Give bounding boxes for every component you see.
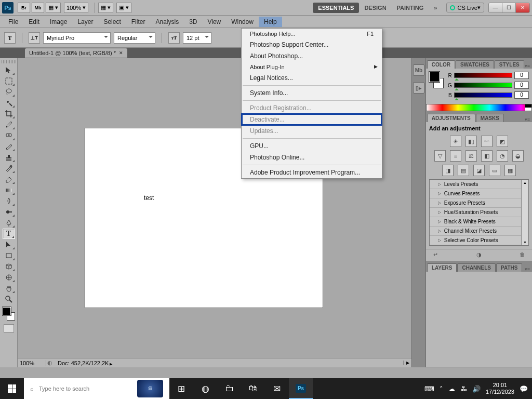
invert-icon[interactable]: ◨ <box>442 165 454 176</box>
preset-hue[interactable]: Hue/Saturation Presets <box>430 208 528 217</box>
preset-channel[interactable]: Channel Mixer Presets <box>430 227 528 236</box>
taskbar-store[interactable]: 🛍 <box>241 378 265 399</box>
clip-icon[interactable]: ◑ <box>474 251 484 259</box>
tray-onedrive-icon[interactable]: ☁ <box>448 385 455 393</box>
dock-minibridge-icon[interactable]: Mb <box>413 64 424 76</box>
help-updates[interactable]: Updates... <box>242 125 382 137</box>
channelmixer-icon[interactable]: ◒ <box>512 150 524 162</box>
workspace-design[interactable]: DESIGN <box>359 3 391 13</box>
tray-expand-icon[interactable]: ˄ <box>440 385 443 393</box>
tab-channels[interactable]: CHANNELS <box>457 263 496 272</box>
preset-curves[interactable]: Curves Presets <box>430 189 528 198</box>
b-value[interactable]: 0 <box>514 91 529 99</box>
selectivecolor-icon[interactable]: ▦ <box>504 165 516 176</box>
marquee-tool[interactable] <box>3 76 15 86</box>
color-swatches[interactable] <box>3 307 15 321</box>
preset-scrollbar[interactable]: ▲▼ <box>521 180 528 245</box>
taskbar-explorer[interactable]: 🗀 <box>217 378 241 399</box>
dock-history-icon[interactable]: ▯▸ <box>413 82 424 94</box>
tool-preset-picker[interactable]: T <box>4 32 16 44</box>
view-extras-dropdown[interactable]: ▦ ▾ <box>46 3 61 13</box>
brightness-icon[interactable]: ☀ <box>450 136 461 147</box>
shape-tool[interactable] <box>3 250 15 261</box>
r-slider[interactable] <box>454 73 512 78</box>
font-size-select[interactable]: 12 pt <box>183 32 211 44</box>
vibrance-icon[interactable]: ▽ <box>434 150 446 162</box>
b-slider[interactable] <box>454 92 512 98</box>
tab-masks[interactable]: MASKS <box>476 114 504 122</box>
menu-window[interactable]: Window <box>226 17 259 27</box>
tab-styles[interactable]: STYLES <box>495 60 524 69</box>
workspace-painting[interactable]: PAINTING <box>392 3 429 13</box>
status-scroll-right[interactable]: ▶ <box>403 361 411 365</box>
lasso-tool[interactable] <box>3 87 15 97</box>
minibridge-button[interactable]: Mb <box>32 3 44 13</box>
blur-tool[interactable] <box>3 196 15 206</box>
gradientmap-icon[interactable]: ▭ <box>489 165 500 176</box>
font-style-select[interactable]: Regular <box>114 32 155 44</box>
close-button[interactable]: ✕ <box>516 3 529 12</box>
gradient-tool[interactable] <box>3 185 15 195</box>
taskbar-mail[interactable]: ✉ <box>265 378 289 399</box>
pen-tool[interactable] <box>3 218 15 228</box>
tab-color[interactable]: COLOR <box>427 60 455 69</box>
3d-camera-tool[interactable] <box>3 272 15 283</box>
screenmode-dropdown[interactable]: ▣ ▾ <box>116 3 131 13</box>
close-tab-icon[interactable]: ✕ <box>119 50 123 56</box>
help-deactivate[interactable]: Deactivate... <box>242 114 382 125</box>
panel-menu-icon[interactable]: ▾≡ <box>525 117 530 122</box>
move-tool[interactable] <box>3 65 15 75</box>
text-orientation-toggle[interactable]: ⊥T <box>29 32 40 44</box>
help-about-plugin[interactable]: About Plug-In▶ <box>242 62 382 72</box>
colorbalance-icon[interactable]: ⚖ <box>466 150 477 162</box>
brush-tool[interactable] <box>3 141 15 152</box>
tab-layers[interactable]: LAYERS <box>427 263 457 272</box>
help-support-center[interactable]: Photoshop Support Center... <box>242 39 382 50</box>
eyedropper-tool[interactable] <box>3 119 15 130</box>
foreground-color-swatch[interactable] <box>3 307 11 315</box>
help-system-info[interactable]: System Info... <box>242 87 382 99</box>
quick-select-tool[interactable] <box>3 98 15 108</box>
font-family-select[interactable]: Myriad Pro <box>43 32 111 44</box>
help-about-photoshop[interactable]: About Photoshop... <box>242 50 382 62</box>
status-icon[interactable]: ◐ <box>46 360 54 366</box>
bw-icon[interactable]: ◧ <box>481 150 493 162</box>
type-tool[interactable]: T <box>3 229 15 239</box>
minimize-button[interactable]: — <box>489 3 502 12</box>
trash-icon[interactable]: 🗑 <box>517 251 527 259</box>
exposure-icon[interactable]: ◩ <box>497 136 508 147</box>
preset-bw[interactable]: Black & White Presets <box>430 217 528 227</box>
menu-3d[interactable]: 3D <box>184 17 202 27</box>
threshold-icon[interactable]: ◪ <box>473 165 485 176</box>
document-tab[interactable]: Untitled-1 @ 100% (test, RGB/8) *✕ <box>25 48 127 58</box>
panel-menu-icon[interactable]: ▾≡ <box>525 63 530 69</box>
zoom-tool[interactable] <box>3 294 15 304</box>
bridge-button[interactable]: Br <box>18 3 30 13</box>
history-brush-tool[interactable] <box>3 163 15 174</box>
taskbar-edge[interactable]: ◍ <box>193 378 217 399</box>
tray-keyboard-icon[interactable]: ⌨ <box>424 385 434 393</box>
preset-exposure[interactable]: Exposure Presets <box>430 198 528 208</box>
help-photoshop-help[interactable]: Photoshop Help...F1 <box>242 29 382 39</box>
return-icon[interactable]: ↵ <box>431 251 441 259</box>
taskbar-search[interactable]: ⌕Type here to search🏛 <box>24 378 169 399</box>
arrange-docs-dropdown[interactable]: ▦ ▾ <box>98 3 113 13</box>
menu-analysis[interactable]: Analysis <box>150 17 184 27</box>
g-slider[interactable] <box>454 83 512 88</box>
quick-mask-toggle[interactable] <box>4 324 14 332</box>
fg-swatch[interactable] <box>429 72 440 82</box>
dodge-tool[interactable] <box>3 207 15 217</box>
color-spectrum[interactable] <box>426 104 532 111</box>
menu-view[interactable]: View <box>202 17 226 27</box>
tab-paths[interactable]: PATHS <box>496 263 522 272</box>
tray-volume-icon[interactable]: 🔊 <box>472 385 481 393</box>
menu-help[interactable]: Help <box>259 17 282 27</box>
3d-tool[interactable] <box>3 261 15 272</box>
workspace-more[interactable]: » <box>429 3 442 13</box>
toolbox-grip[interactable] <box>2 60 16 63</box>
task-view-button[interactable]: ⊞ <box>169 378 193 399</box>
preset-selective[interactable]: Selective Color Presets <box>430 236 528 245</box>
stamp-tool[interactable] <box>3 152 15 163</box>
preset-levels[interactable]: Levels Presets <box>430 180 528 189</box>
crop-tool[interactable] <box>3 109 15 119</box>
